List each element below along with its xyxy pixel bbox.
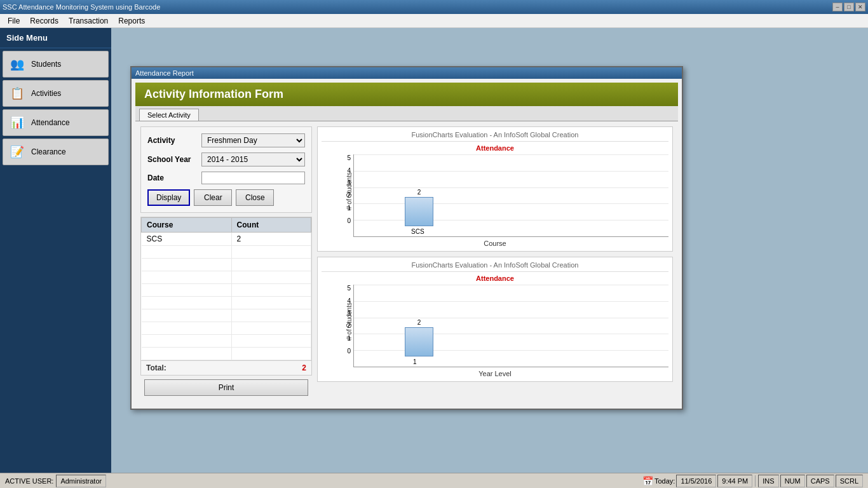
students-icon: 👥 <box>8 55 26 73</box>
table-row <box>142 335 311 348</box>
chart1-bar-xlabel: SCS <box>411 228 424 235</box>
empty-cell <box>142 322 232 335</box>
school-year-label: School Year <box>147 155 201 164</box>
sidebar-item-activities-label: Activities <box>31 89 61 98</box>
grid-line <box>354 154 668 155</box>
sidebar-item-students-label: Students <box>31 60 61 69</box>
clear-button[interactable]: Clear <box>194 189 232 206</box>
form-panel: Activity Freshmen Day Orientation Sports… <box>140 126 312 400</box>
report-window-body: Activity Information Form Select Activit… <box>132 79 682 409</box>
chart1-bar-value: 2 <box>417 189 421 196</box>
minimize-button[interactable]: – <box>832 3 843 11</box>
school-year-select[interactable]: 2014 - 2015 2015 - 2016 2016 - 2017 <box>201 152 305 166</box>
table-body: SCS 2 <box>142 233 311 360</box>
app-title: SSC Attendance Monitoring System using B… <box>3 3 160 11</box>
empty-cell <box>142 348 232 360</box>
data-table: Course Count SCS 2 <box>141 217 311 360</box>
close-button[interactable]: Close <box>236 189 274 206</box>
col-count: Count <box>231 218 311 233</box>
title-bar: SSC Attendance Monitoring System using B… <box>0 0 868 14</box>
empty-cell <box>142 246 232 259</box>
main-container: Side Menu 👥 Students 📋 Activities 📊 Atte… <box>0 28 868 473</box>
tab-bar: Select Activity <box>135 106 678 121</box>
chart1-x-label: Course <box>322 240 668 247</box>
ins-indicator: INS <box>758 475 778 487</box>
sidebar-item-attendance-label: Attendance <box>31 118 70 127</box>
today-label: Today: <box>654 477 675 485</box>
grid-line <box>354 301 668 302</box>
form-fields: Activity Freshmen Day Orientation Sports… <box>140 126 312 213</box>
cell-course: SCS <box>142 233 232 246</box>
empty-cell <box>142 297 232 309</box>
menu-file[interactable]: File <box>3 15 25 27</box>
empty-cell <box>231 259 311 271</box>
display-button[interactable]: Display <box>147 189 190 206</box>
sidebar-item-activities[interactable]: 📋 Activities <box>3 80 109 107</box>
table-row <box>142 271 311 284</box>
empty-cell <box>231 284 311 297</box>
y-tick: 5 <box>347 285 351 292</box>
chart2-box: FusionCharts Evaluation - An InfoSoft Gl… <box>317 257 673 382</box>
menu-reports[interactable]: Reports <box>113 15 150 27</box>
activity-label: Activity <box>147 136 201 145</box>
chart1-title: Attendance <box>322 144 668 152</box>
print-button[interactable]: Print <box>144 379 308 396</box>
activities-icon: 📋 <box>8 85 26 102</box>
maximize-button[interactable]: □ <box>844 3 854 11</box>
close-button[interactable]: ✕ <box>855 3 865 11</box>
tab-select-activity[interactable]: Select Activity <box>139 109 199 121</box>
sidebar-item-clearance-label: Clearance <box>31 147 66 156</box>
chart2-bar-xlabel: 1 <box>413 358 417 365</box>
y-tick: 5 <box>347 154 351 161</box>
empty-cell <box>231 322 311 335</box>
date-input[interactable]: 3/16/2014 <box>201 172 305 184</box>
cell-count: 2 <box>231 233 311 246</box>
total-label: Total: <box>146 363 166 372</box>
table-row: SCS 2 <box>142 233 311 246</box>
menu-transaction[interactable]: Transaction <box>64 15 113 27</box>
window-controls[interactable]: – □ ✕ <box>832 3 865 11</box>
y-tick: 0 <box>347 217 351 224</box>
menu-bar: File Records Transaction Reports <box>0 14 868 28</box>
y-tick: 0 <box>347 348 351 355</box>
sidebar-item-attendance[interactable]: 📊 Attendance <box>3 109 109 136</box>
chart1-fusion-header: FusionCharts Evaluation - An InfoSoft Gl… <box>322 131 668 142</box>
empty-cell <box>231 348 311 360</box>
total-row: Total: 2 <box>141 360 311 375</box>
scrl-indicator: SCRL <box>836 475 863 487</box>
empty-cell <box>231 246 311 259</box>
empty-cell <box>142 335 232 348</box>
chart2-fusion-header: FusionCharts Evaluation - An InfoSoft Gl… <box>322 261 668 272</box>
empty-cell <box>231 335 311 348</box>
chart1-y-label: # of Students <box>346 172 353 210</box>
date-field-row: Date 3/16/2014 <box>147 172 305 184</box>
today-value: 11/5/2016 <box>676 475 716 487</box>
menu-records[interactable]: Records <box>25 15 64 27</box>
grid-line <box>354 285 668 285</box>
empty-cell <box>142 284 232 297</box>
chart2-bar-group: 2 <box>405 319 433 356</box>
sidebar-item-clearance[interactable]: 📝 Clearance <box>3 139 109 165</box>
report-window: Attendance Report Activity Information F… <box>130 66 683 410</box>
content-area: Attendance Report Activity Information F… <box>111 28 868 473</box>
date-control[interactable]: 3/16/2014 <box>201 172 305 184</box>
grid-line <box>354 220 668 220</box>
chart2-title: Attendance <box>322 274 668 282</box>
date-label: Date <box>147 173 201 182</box>
empty-cell <box>231 309 311 322</box>
sidebar-item-students[interactable]: 👥 Students <box>3 51 109 78</box>
school-year-control[interactable]: 2014 - 2015 2015 - 2016 2016 - 2017 <box>201 152 305 166</box>
col-course: Course <box>142 218 232 233</box>
report-window-titlebar: Attendance Report <box>132 67 682 79</box>
status-bar: ACTIVE USER: Administrator 📅 Today: 11/5… <box>0 473 868 488</box>
grid-line <box>354 334 668 334</box>
empty-cell <box>231 297 311 309</box>
chart2-y-label: # of Students <box>346 302 353 340</box>
table-row <box>142 284 311 297</box>
activity-control[interactable]: Freshmen Day Orientation Sports Fest <box>201 133 305 147</box>
status-right: 📅 Today: 11/5/2016 9:44 PM INS NUM CAPS … <box>642 475 863 487</box>
table-row <box>142 297 311 309</box>
caps-indicator: CAPS <box>806 475 834 487</box>
empty-cell <box>142 309 232 322</box>
activity-select[interactable]: Freshmen Day Orientation Sports Fest <box>201 133 305 147</box>
